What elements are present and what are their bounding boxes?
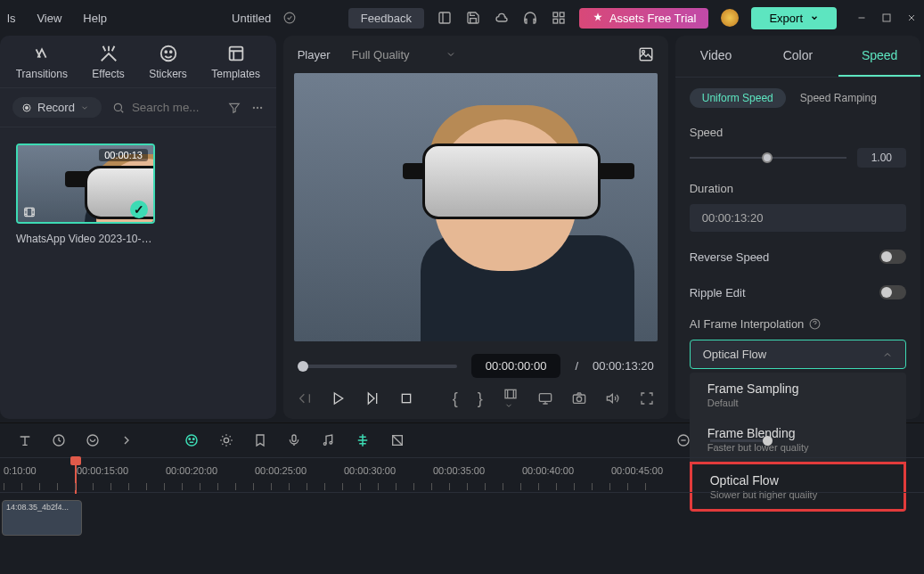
ripple-edit-toggle[interactable] (879, 285, 906, 299)
svg-point-13 (114, 103, 121, 111)
svg-rect-22 (539, 394, 551, 402)
mic-icon[interactable] (287, 433, 301, 447)
volume-icon[interactable] (606, 391, 620, 406)
ripple-edit-label: Ripple Edit (690, 286, 746, 299)
speed-slider[interactable] (690, 157, 846, 159)
clip-name: WhatsApp Video 2023-10-05... (16, 233, 155, 245)
ruler-mark: 00:00:20:00 (166, 465, 217, 476)
ruler-mark: 00:00:15:00 (77, 465, 128, 476)
fullscreen-icon[interactable] (640, 391, 654, 406)
duration-label: Duration (690, 182, 906, 195)
clip-duration: 00:00:13 (99, 149, 148, 161)
play-icon[interactable] (331, 391, 346, 406)
tab-color[interactable]: Color (756, 36, 838, 77)
history-icon[interactable] (52, 433, 66, 447)
snapshot-icon[interactable] (572, 391, 586, 406)
menu-item-help[interactable]: Help (83, 12, 107, 25)
main-menu: ls View Help (7, 12, 107, 25)
marker-in-icon[interactable]: { (453, 390, 458, 408)
export-button[interactable]: Export (751, 7, 837, 29)
tab-stickers[interactable]: Stickers (149, 43, 187, 80)
svg-rect-17 (25, 208, 35, 216)
more-icon[interactable] (251, 102, 264, 114)
duration-field[interactable]: 00:00:13:20 (690, 204, 906, 232)
media-panel: Transitions Effects Stickers Templates R… (0, 36, 276, 419)
help-icon[interactable] (809, 318, 821, 330)
adjust-icon[interactable] (219, 433, 233, 447)
feedback-button[interactable]: Feedback (348, 8, 424, 29)
maximize-icon[interactable] (881, 12, 892, 23)
svg-point-24 (576, 397, 581, 401)
save-icon[interactable] (465, 10, 481, 26)
svg-point-7 (160, 46, 176, 62)
record-label: Record (37, 101, 75, 114)
ratio-icon[interactable] (503, 387, 519, 410)
layout-icon[interactable] (437, 10, 453, 26)
close-icon[interactable] (906, 12, 917, 23)
text-tool-icon[interactable] (18, 433, 32, 447)
mask-icon[interactable] (86, 433, 100, 447)
record-button[interactable]: Record (12, 97, 102, 118)
cloud-sync-icon[interactable] (282, 10, 298, 26)
svg-rect-3 (560, 12, 564, 17)
reverse-speed-toggle[interactable] (879, 250, 906, 264)
option-subtitle: Faster but lower quality (707, 442, 888, 453)
ai-tool-icon[interactable] (184, 432, 200, 448)
apps-icon[interactable] (551, 10, 567, 26)
chevron-down-icon (446, 49, 456, 60)
timeline-clip[interactable]: 14:08.35_4b2f4... (2, 500, 82, 536)
check-icon: ✓ (130, 201, 148, 218)
image-icon[interactable] (638, 46, 654, 62)
timeline-ruler[interactable]: 0:10:00 00:00:15:00 00:00:20:00 00:00:25… (0, 457, 924, 493)
ruler-mark: 0:10:00 (4, 465, 37, 476)
minimize-icon[interactable] (856, 12, 867, 23)
time-separator: / (575, 359, 578, 373)
profile-icon[interactable] (721, 9, 739, 27)
svg-point-19 (642, 51, 644, 53)
chevron-up-icon (882, 349, 893, 360)
music-icon[interactable] (321, 433, 335, 447)
crop-icon[interactable] (390, 433, 405, 447)
subtab-uniform-speed[interactable]: Uniform Speed (690, 88, 786, 108)
menu-item-view[interactable]: View (37, 12, 61, 25)
prev-frame-icon[interactable] (298, 391, 312, 406)
tab-transitions[interactable]: Transitions (16, 43, 68, 80)
svg-point-32 (323, 443, 326, 446)
assets-trial-button[interactable]: Assets Free Trial (579, 8, 709, 29)
option-title: Frame Sampling (707, 381, 888, 396)
expand-icon[interactable] (119, 433, 134, 447)
cut-icon[interactable] (355, 432, 371, 448)
speed-value[interactable]: 1.00 (857, 148, 906, 168)
marker-out-icon[interactable]: } (478, 390, 483, 408)
progress-bar[interactable] (298, 365, 457, 368)
inspector-panel: Video Color Speed Uniform Speed Speed Ra… (675, 36, 920, 419)
tab-speed[interactable]: Speed (838, 36, 920, 77)
total-time: 00:00:13:20 (593, 359, 654, 373)
tab-effects[interactable]: Effects (92, 43, 124, 80)
ai-interpolation-select[interactable]: Optical Flow (690, 340, 906, 369)
menu-item-tools[interactable]: ls (7, 12, 15, 25)
stop-icon[interactable] (399, 391, 413, 406)
monitor-icon[interactable] (538, 391, 552, 406)
video-preview[interactable] (294, 73, 658, 341)
zoom-slider[interactable] (710, 439, 773, 442)
tab-templates[interactable]: Templates (211, 43, 260, 80)
headphones-icon[interactable] (522, 10, 538, 26)
search-icon[interactable] (112, 102, 125, 114)
subtab-speed-ramping[interactable]: Speed Ramping (800, 88, 877, 108)
svg-point-26 (87, 435, 98, 446)
media-clip[interactable]: 00:00:13 ✓ (16, 144, 155, 224)
svg-point-8 (165, 51, 167, 53)
filter-icon[interactable] (228, 102, 241, 114)
svg-point-29 (193, 439, 195, 440)
cloud-icon[interactable] (494, 10, 510, 26)
preview-panel: Player Full Quality 00:00:00:00 / 00:00:… (283, 36, 668, 419)
quality-select[interactable]: Full Quality (352, 48, 456, 62)
svg-point-14 (252, 106, 254, 108)
tab-video[interactable]: Video (675, 36, 757, 77)
option-frame-sampling[interactable]: Frame Sampling Default (690, 373, 906, 417)
search-input[interactable] (132, 101, 217, 114)
step-icon[interactable] (365, 391, 380, 406)
bookmark-icon[interactable] (253, 433, 267, 447)
svg-rect-1 (439, 12, 450, 23)
